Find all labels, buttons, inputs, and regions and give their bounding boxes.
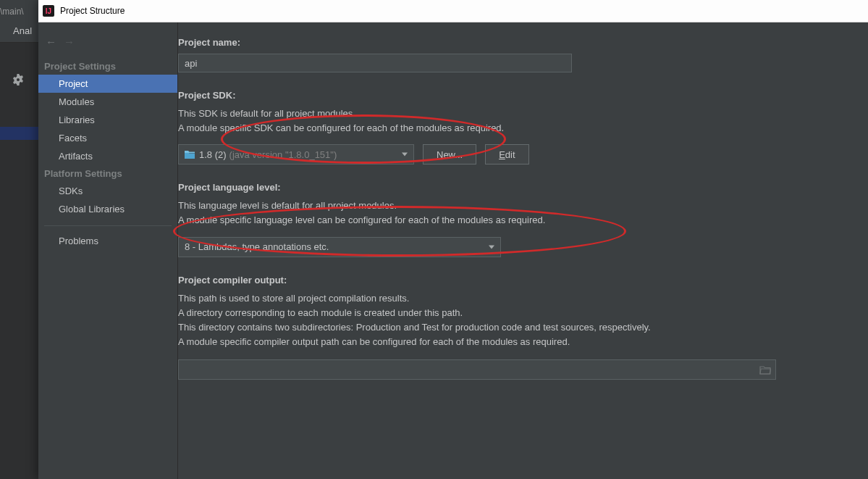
- project-sdk-label: Project SDK:: [178, 90, 849, 101]
- intellij-icon: IJ: [43, 5, 54, 17]
- sidebar-heading-platform-settings: Platform Settings: [38, 165, 177, 182]
- sidebar-item-sdks[interactable]: SDKs: [38, 182, 177, 200]
- sidebar-heading-project-settings: Project Settings: [38, 58, 177, 75]
- language-level-dropdown[interactable]: 8 - Lambdas, type annotations etc.: [178, 237, 501, 257]
- sidebar-item-label: Libraries: [59, 114, 95, 125]
- folder-icon: [185, 151, 195, 159]
- compiler-output-path-input[interactable]: [178, 359, 776, 380]
- compiler-output-desc3: This directory contains two subdirectori…: [178, 320, 849, 335]
- project-sdk-desc1: This SDK is default for all project modu…: [178, 107, 849, 121]
- dialog-title: Project Structure: [60, 6, 125, 16]
- language-level-label: Project language level:: [178, 182, 849, 193]
- sidebar-item-libraries[interactable]: Libraries: [38, 111, 177, 129]
- sidebar-item-artifacts[interactable]: Artifacts: [38, 147, 177, 165]
- ide-selected-tool-strip: [0, 127, 38, 140]
- compiler-output-section: Project compiler output: This path is us…: [178, 275, 849, 380]
- language-level-section: Project language level: This language le…: [178, 182, 849, 257]
- language-level-desc2: A module specific language level can be …: [178, 213, 849, 228]
- project-sdk-section: Project SDK: This SDK is default for all…: [178, 90, 849, 164]
- sidebar-item-label: Project: [59, 78, 88, 89]
- sidebar-item-problems[interactable]: Problems: [38, 232, 177, 250]
- ide-menu-fragment: Anal: [13, 25, 32, 36]
- ide-background-strip: \main\ Anal: [0, 0, 38, 479]
- sidebar-item-label: Problems: [59, 236, 98, 246]
- dialog-content: Project name: Project SDK: This SDK is d…: [178, 22, 868, 479]
- sdk-dropdown-value: 1.8 (2): [199, 149, 227, 160]
- back-arrow-icon[interactable]: ←: [46, 36, 56, 48]
- project-name-input[interactable]: [178, 54, 572, 72]
- folder-open-icon[interactable]: [759, 365, 771, 375]
- chevron-down-icon: [489, 245, 494, 249]
- project-name-label: Project name:: [178, 37, 849, 48]
- project-sdk-desc2: A module specific SDK can be configured …: [178, 121, 849, 136]
- language-level-desc1: This language level is default for all p…: [178, 199, 849, 213]
- compiler-output-desc1: This path is used to store all project c…: [178, 291, 849, 306]
- chevron-down-icon: [402, 153, 408, 157]
- sidebar-item-modules[interactable]: Modules: [38, 93, 177, 111]
- compiler-output-desc2: A directory corresponding to each module…: [178, 306, 849, 320]
- gear-icon[interactable]: [11, 72, 25, 87]
- sidebar-item-global-libraries[interactable]: Global Libraries: [38, 200, 177, 218]
- new-sdk-button[interactable]: New...: [423, 144, 476, 164]
- sidebar-item-label: SDKs: [59, 186, 83, 196]
- sidebar-item-label: Global Libraries: [59, 204, 125, 214]
- dialog-titlebar[interactable]: IJ Project Structure: [38, 0, 868, 22]
- ide-toolbar-fragment: \main\ Anal: [0, 0, 38, 43]
- sdk-dropdown-version: (java version "1.8.0_151"): [229, 149, 337, 160]
- ide-path-fragment: \main\: [0, 7, 24, 17]
- language-level-value: 8 - Lambdas, type annotations etc.: [185, 241, 329, 252]
- compiler-output-label: Project compiler output:: [178, 275, 849, 286]
- dialog-sidebar: ← → Project Settings Project Modules Lib…: [38, 22, 178, 479]
- sidebar-item-project[interactable]: Project: [38, 75, 177, 93]
- project-name-section: Project name:: [178, 37, 849, 72]
- edit-sdk-button[interactable]: Edit: [485, 144, 528, 164]
- forward-arrow-icon: →: [64, 36, 75, 48]
- sidebar-item-facets[interactable]: Facets: [38, 129, 177, 147]
- project-sdk-dropdown[interactable]: 1.8 (2) (java version "1.8.0_151"): [178, 144, 414, 164]
- sidebar-item-label: Facets: [59, 133, 87, 143]
- sidebar-item-label: Artifacts: [59, 151, 93, 162]
- nav-history: ← →: [38, 36, 177, 58]
- project-structure-dialog: IJ Project Structure ← → Project Setting…: [38, 0, 868, 479]
- compiler-output-desc4: A module specific compiler output path c…: [178, 335, 849, 349]
- sidebar-item-label: Modules: [59, 96, 94, 107]
- sidebar-divider: [44, 225, 172, 226]
